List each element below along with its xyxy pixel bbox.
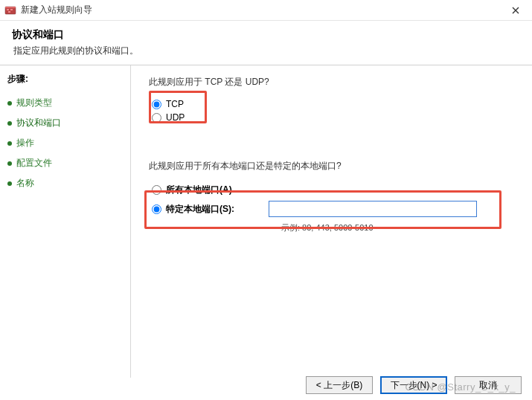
port-question: 此规则应用于所有本地端口还是特定的本地端口?	[149, 160, 514, 172]
protocol-radio-group: TCP UDP	[152, 97, 514, 124]
radio-udp-label: UDP	[166, 112, 185, 123]
radio-specific-ports-input[interactable]	[152, 204, 161, 214]
radio-specific-ports-label: 特定本地端口(S):	[166, 203, 234, 216]
protocol-question: 此规则应用于 TCP 还是 UDP?	[149, 76, 514, 88]
step-profile[interactable]: 配置文件	[6, 153, 124, 173]
radio-all-ports[interactable]: 所有本地端口(A)	[152, 181, 514, 199]
steps-heading: 步骤:	[7, 73, 124, 86]
specific-ports-input[interactable]	[269, 201, 477, 217]
radio-tcp-label: TCP	[166, 99, 184, 109]
radio-tcp-input[interactable]	[152, 100, 161, 109]
svg-rect-4	[8, 11, 10, 13]
step-rule-type[interactable]: 规则类型	[6, 93, 124, 113]
port-section: 此规则应用于所有本地端口还是特定的本地端口? 所有本地端口(A) 特定本地端口(…	[149, 160, 514, 233]
wizard-body: 步骤: 规则类型 协议和端口 操作 配置文件 名称 此规则应用于 TCP 还是 …	[0, 65, 532, 378]
bullet-icon	[7, 101, 12, 106]
cancel-button[interactable]: 取消	[455, 376, 522, 394]
back-button[interactable]: < 上一步(B)	[306, 376, 373, 394]
step-action[interactable]: 操作	[6, 133, 124, 153]
radio-tcp[interactable]: TCP	[152, 97, 514, 111]
svg-rect-2	[7, 9, 9, 10]
step-name[interactable]: 名称	[6, 173, 124, 193]
window-title: 新建入站规则向导	[21, 4, 92, 16]
port-example-text: 示例: 80, 443, 5000-5010	[281, 222, 514, 233]
svg-rect-3	[10, 9, 13, 10]
port-radio-group: 所有本地端口(A) 特定本地端口(S): 示例: 80, 443, 5000-5…	[152, 181, 514, 233]
titlebar: 新建入站规则向导	[0, 0, 532, 21]
page-subtitle: 指定应用此规则的协议和端口。	[13, 45, 520, 57]
firewall-icon	[4, 4, 16, 16]
next-button[interactable]: 下一步(N) >	[380, 376, 447, 394]
steps-list: 规则类型 协议和端口 操作 配置文件 名称	[6, 93, 124, 193]
wizard-content: 此规则应用于 TCP 还是 UDP? TCP UDP 此规则应用于所有本地端口还…	[131, 65, 532, 378]
radio-all-ports-label: 所有本地端口(A)	[166, 184, 232, 196]
bullet-icon	[7, 161, 12, 166]
bullet-icon	[7, 141, 12, 146]
page-title: 协议和端口	[12, 28, 520, 42]
bullet-icon	[7, 121, 12, 126]
titlebar-left: 新建入站规则向导	[4, 4, 92, 16]
step-protocol-port[interactable]: 协议和端口	[6, 113, 124, 133]
radio-all-ports-input[interactable]	[152, 185, 161, 195]
radio-udp-input[interactable]	[152, 113, 161, 123]
radio-specific-ports[interactable]: 特定本地端口(S):	[152, 199, 514, 219]
steps-sidebar: 步骤: 规则类型 协议和端口 操作 配置文件 名称	[0, 65, 131, 378]
svg-rect-1	[5, 7, 16, 8]
bullet-icon	[7, 181, 12, 186]
wizard-footer: < 上一步(B) 下一步(N) > 取消	[306, 376, 522, 394]
radio-udp[interactable]: UDP	[152, 111, 514, 124]
wizard-header: 协议和端口 指定应用此规则的协议和端口。	[0, 21, 532, 65]
close-button[interactable]	[505, 3, 526, 18]
